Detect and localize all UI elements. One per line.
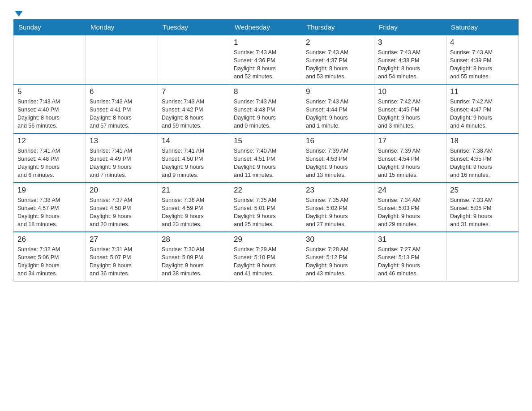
week-row-2: 5Sunrise: 7:43 AM Sunset: 4:40 PM Daylig… — [14, 84, 519, 133]
week-row-3: 12Sunrise: 7:41 AM Sunset: 4:48 PM Dayli… — [14, 133, 519, 183]
day-info: Sunrise: 7:41 AM Sunset: 4:48 PM Dayligh… — [17, 147, 82, 180]
calendar-cell: 19Sunrise: 7:38 AM Sunset: 4:57 PM Dayli… — [14, 183, 86, 232]
day-info: Sunrise: 7:27 AM Sunset: 5:13 PM Dayligh… — [378, 245, 442, 278]
day-info: Sunrise: 7:41 AM Sunset: 4:50 PM Dayligh… — [162, 147, 226, 180]
calendar-cell: 17Sunrise: 7:39 AM Sunset: 4:54 PM Dayli… — [374, 133, 446, 183]
day-info: Sunrise: 7:43 AM Sunset: 4:40 PM Dayligh… — [17, 98, 82, 130]
day-info: Sunrise: 7:43 AM Sunset: 4:41 PM Dayligh… — [90, 98, 154, 130]
week-row-5: 26Sunrise: 7:32 AM Sunset: 5:06 PM Dayli… — [14, 232, 519, 281]
calendar-cell: 13Sunrise: 7:41 AM Sunset: 4:49 PM Dayli… — [86, 133, 158, 183]
calendar-cell: 21Sunrise: 7:36 AM Sunset: 4:59 PM Dayli… — [158, 183, 230, 232]
calendar-cell: 23Sunrise: 7:35 AM Sunset: 5:02 PM Dayli… — [302, 183, 374, 232]
weekday-header-row: SundayMondayTuesdayWednesdayThursdayFrid… — [14, 20, 519, 35]
calendar-cell: 4Sunrise: 7:43 AM Sunset: 4:39 PM Daylig… — [446, 35, 519, 84]
calendar-cell: 31Sunrise: 7:27 AM Sunset: 5:13 PM Dayli… — [374, 232, 446, 281]
day-info: Sunrise: 7:42 AM Sunset: 4:45 PM Dayligh… — [378, 98, 442, 130]
day-number: 19 — [17, 186, 82, 195]
day-info: Sunrise: 7:39 AM Sunset: 4:54 PM Dayligh… — [378, 147, 442, 180]
day-info: Sunrise: 7:43 AM Sunset: 4:42 PM Dayligh… — [162, 98, 226, 130]
calendar-cell: 25Sunrise: 7:33 AM Sunset: 5:05 PM Dayli… — [446, 183, 519, 232]
day-number: 9 — [306, 87, 370, 96]
day-info: Sunrise: 7:43 AM Sunset: 4:43 PM Dayligh… — [234, 98, 298, 130]
day-info: Sunrise: 7:43 AM Sunset: 4:39 PM Dayligh… — [450, 48, 515, 81]
calendar-cell: 2Sunrise: 7:43 AM Sunset: 4:37 PM Daylig… — [302, 35, 374, 84]
day-number: 6 — [90, 87, 154, 96]
day-number: 18 — [450, 137, 515, 146]
calendar-cell: 16Sunrise: 7:39 AM Sunset: 4:53 PM Dayli… — [302, 133, 374, 183]
day-info: Sunrise: 7:39 AM Sunset: 4:53 PM Dayligh… — [306, 147, 370, 180]
day-number: 3 — [378, 38, 442, 47]
day-info: Sunrise: 7:43 AM Sunset: 4:44 PM Dayligh… — [306, 98, 370, 130]
calendar-cell: 29Sunrise: 7:29 AM Sunset: 5:10 PM Dayli… — [230, 232, 302, 281]
day-number: 15 — [234, 137, 298, 146]
weekday-header-saturday: Saturday — [446, 20, 519, 35]
calendar-cell — [14, 35, 86, 84]
logo — [13, 9, 23, 15]
day-number: 26 — [17, 235, 82, 244]
day-number: 23 — [306, 186, 370, 195]
calendar-cell: 8Sunrise: 7:43 AM Sunset: 4:43 PM Daylig… — [230, 84, 302, 133]
day-number: 24 — [378, 186, 442, 195]
day-number: 20 — [90, 186, 154, 195]
day-info: Sunrise: 7:43 AM Sunset: 4:36 PM Dayligh… — [234, 48, 298, 81]
week-row-1: 1Sunrise: 7:43 AM Sunset: 4:36 PM Daylig… — [14, 35, 519, 84]
day-number: 21 — [162, 186, 226, 195]
calendar-cell: 14Sunrise: 7:41 AM Sunset: 4:50 PM Dayli… — [158, 133, 230, 183]
calendar-cell: 5Sunrise: 7:43 AM Sunset: 4:40 PM Daylig… — [14, 84, 86, 133]
calendar-cell: 18Sunrise: 7:38 AM Sunset: 4:55 PM Dayli… — [446, 133, 519, 183]
day-info: Sunrise: 7:32 AM Sunset: 5:06 PM Dayligh… — [17, 245, 82, 278]
weekday-header-thursday: Thursday — [302, 20, 374, 35]
calendar-cell: 7Sunrise: 7:43 AM Sunset: 4:42 PM Daylig… — [158, 84, 230, 133]
day-info: Sunrise: 7:35 AM Sunset: 5:02 PM Dayligh… — [306, 196, 370, 229]
weekday-header-tuesday: Tuesday — [158, 20, 230, 35]
day-number: 16 — [306, 137, 370, 146]
calendar-cell: 28Sunrise: 7:30 AM Sunset: 5:09 PM Dayli… — [158, 232, 230, 281]
calendar-cell: 22Sunrise: 7:35 AM Sunset: 5:01 PM Dayli… — [230, 183, 302, 232]
weekday-header-wednesday: Wednesday — [230, 20, 302, 35]
day-info: Sunrise: 7:43 AM Sunset: 4:38 PM Dayligh… — [378, 48, 442, 81]
day-number: 25 — [450, 186, 515, 195]
calendar-cell: 20Sunrise: 7:37 AM Sunset: 4:58 PM Dayli… — [86, 183, 158, 232]
day-info: Sunrise: 7:28 AM Sunset: 5:12 PM Dayligh… — [306, 245, 370, 278]
calendar-cell: 26Sunrise: 7:32 AM Sunset: 5:06 PM Dayli… — [14, 232, 86, 281]
page-header — [13, 9, 519, 15]
day-info: Sunrise: 7:38 AM Sunset: 4:55 PM Dayligh… — [450, 147, 515, 180]
day-number: 30 — [306, 235, 370, 244]
day-info: Sunrise: 7:43 AM Sunset: 4:37 PM Dayligh… — [306, 48, 370, 81]
day-number: 1 — [234, 38, 298, 47]
day-number: 14 — [162, 137, 226, 146]
calendar-cell: 3Sunrise: 7:43 AM Sunset: 4:38 PM Daylig… — [374, 35, 446, 84]
calendar-cell: 6Sunrise: 7:43 AM Sunset: 4:41 PM Daylig… — [86, 84, 158, 133]
day-number: 5 — [17, 87, 82, 96]
day-info: Sunrise: 7:40 AM Sunset: 4:51 PM Dayligh… — [234, 147, 298, 180]
day-info: Sunrise: 7:41 AM Sunset: 4:49 PM Dayligh… — [90, 147, 154, 180]
day-number: 22 — [234, 186, 298, 195]
calendar-cell — [446, 232, 519, 281]
calendar-cell — [86, 35, 158, 84]
calendar-cell: 12Sunrise: 7:41 AM Sunset: 4:48 PM Dayli… — [14, 133, 86, 183]
day-info: Sunrise: 7:29 AM Sunset: 5:10 PM Dayligh… — [234, 245, 298, 278]
day-info: Sunrise: 7:37 AM Sunset: 4:58 PM Dayligh… — [90, 196, 154, 229]
day-info: Sunrise: 7:30 AM Sunset: 5:09 PM Dayligh… — [162, 245, 226, 278]
calendar-cell: 15Sunrise: 7:40 AM Sunset: 4:51 PM Dayli… — [230, 133, 302, 183]
day-info: Sunrise: 7:36 AM Sunset: 4:59 PM Dayligh… — [162, 196, 226, 229]
day-info: Sunrise: 7:42 AM Sunset: 4:47 PM Dayligh… — [450, 98, 515, 130]
weekday-header-sunday: Sunday — [14, 20, 86, 35]
day-number: 29 — [234, 235, 298, 244]
day-number: 10 — [378, 87, 442, 96]
logo-arrow-icon — [15, 11, 23, 17]
weekday-header-monday: Monday — [86, 20, 158, 35]
day-number: 31 — [378, 235, 442, 244]
week-row-4: 19Sunrise: 7:38 AM Sunset: 4:57 PM Dayli… — [14, 183, 519, 232]
day-number: 8 — [234, 87, 298, 96]
day-number: 4 — [450, 38, 515, 47]
day-info: Sunrise: 7:33 AM Sunset: 5:05 PM Dayligh… — [450, 196, 515, 229]
day-info: Sunrise: 7:34 AM Sunset: 5:03 PM Dayligh… — [378, 196, 442, 229]
calendar-cell: 1Sunrise: 7:43 AM Sunset: 4:36 PM Daylig… — [230, 35, 302, 84]
calendar-cell: 24Sunrise: 7:34 AM Sunset: 5:03 PM Dayli… — [374, 183, 446, 232]
calendar-table: SundayMondayTuesdayWednesdayThursdayFrid… — [13, 19, 519, 282]
day-info: Sunrise: 7:31 AM Sunset: 5:07 PM Dayligh… — [90, 245, 154, 278]
day-number: 2 — [306, 38, 370, 47]
calendar-cell: 27Sunrise: 7:31 AM Sunset: 5:07 PM Dayli… — [86, 232, 158, 281]
day-number: 27 — [90, 235, 154, 244]
